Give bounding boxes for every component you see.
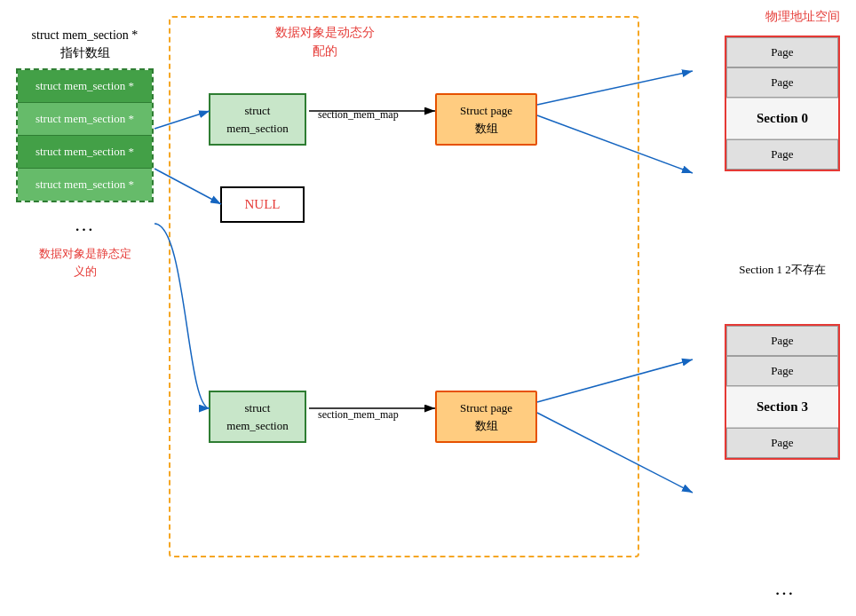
section3-page-1: Page xyxy=(726,356,838,386)
left-dots: … xyxy=(16,202,154,240)
struct-bottom-label2: mem_section xyxy=(226,419,288,432)
struct-bottom-box: struct mem_section xyxy=(209,391,306,443)
dynamic-label-line2: 配的 xyxy=(313,44,337,58)
static-label-line1: 数据对象是静态定 xyxy=(39,247,131,260)
section3-page-2: Page xyxy=(726,428,838,458)
section-mem-map-top-label: section_mem_map xyxy=(318,108,399,122)
ptr-row-3: struct mem_section * xyxy=(18,169,152,201)
struct-page-top-label2: 数组 xyxy=(475,122,498,135)
ptr-row-1: struct mem_section * xyxy=(18,103,152,136)
section0-label: Section 0 xyxy=(726,98,838,139)
left-panel: struct mem_section * 指针数组 struct mem_sec… xyxy=(16,27,154,280)
static-label: 数据对象是静态定 义的 xyxy=(16,245,154,280)
ptr-row-2: struct mem_section * xyxy=(18,136,152,169)
null-box: NULL xyxy=(220,186,305,223)
section0-block: Page Page Section 0 Page xyxy=(725,36,840,171)
section0-page-2: Page xyxy=(726,139,838,170)
dynamic-label-line1: 数据对象是动态分 xyxy=(275,26,375,39)
struct-page-top-label1: Struct page xyxy=(460,104,512,117)
struct-top-label1: struct xyxy=(245,104,271,117)
struct-top-label2: mem_section xyxy=(226,122,288,135)
section3-label: Section 3 xyxy=(726,386,838,428)
static-label-line2: 义的 xyxy=(74,265,97,278)
dynamic-label: 数据对象是动态分 配的 xyxy=(275,23,375,60)
section-mem-map-bottom-label: section_mem_map xyxy=(318,408,399,422)
section0-page-0: Page xyxy=(726,37,838,67)
null-label: NULL xyxy=(245,197,281,211)
struct-top-box: struct mem_section xyxy=(209,93,306,146)
section12-note: Section 1 2不存在 xyxy=(725,262,840,278)
left-panel-title: struct mem_section * 指针数组 xyxy=(16,27,154,61)
bottom-dots-right: … xyxy=(774,577,796,600)
struct-page-bottom-box: Struct page 数组 xyxy=(435,391,537,443)
section0-page-1: Page xyxy=(726,67,838,98)
diagram-container: 物理地址空间 struct mem_section * 指针数组 struct … xyxy=(0,0,856,616)
pointer-array-box: struct mem_section * struct mem_section … xyxy=(16,68,154,202)
struct-page-bottom-label2: 数组 xyxy=(475,419,498,432)
struct-page-top-box: Struct page 数组 xyxy=(435,93,537,146)
ptr-array-title-line2: 指针数组 xyxy=(60,46,110,59)
ptr-row-0: struct mem_section * xyxy=(18,70,152,103)
phys-address-title: 物理地址空间 xyxy=(765,9,840,25)
ptr-array-title-line1: struct mem_section * xyxy=(32,28,139,42)
struct-page-bottom-label1: Struct page xyxy=(460,401,512,415)
section3-block: Page Page Section 3 Page xyxy=(725,324,840,460)
section3-page-0: Page xyxy=(726,326,838,356)
struct-bottom-label1: struct xyxy=(245,401,271,415)
